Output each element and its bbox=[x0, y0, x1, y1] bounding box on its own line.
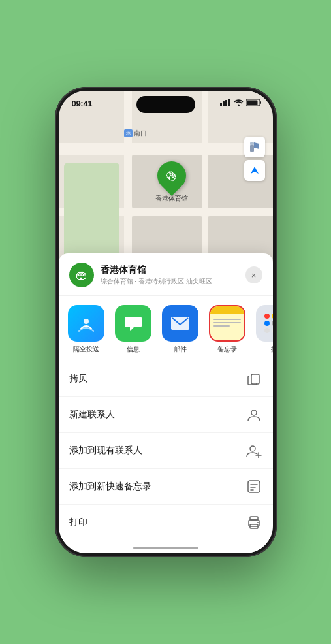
print-icon bbox=[245, 514, 262, 531]
svg-rect-7 bbox=[228, 99, 230, 106]
status-time: 09:41 bbox=[72, 99, 93, 108]
copy-label: 拷贝 bbox=[69, 373, 87, 385]
action-new-contact[interactable]: 新建联系人 bbox=[59, 397, 273, 433]
pin-inner: 🏟 bbox=[160, 164, 183, 187]
mail-icon bbox=[162, 305, 198, 342]
home-indicator bbox=[133, 547, 198, 549]
svg-point-12 bbox=[84, 319, 89, 324]
action-add-existing[interactable]: 添加到现有联系人 bbox=[59, 433, 273, 469]
share-item-more[interactable]: 提 bbox=[253, 305, 273, 354]
bottom-sheet: 🏟 香港体育馆 综合体育馆 · 香港特别行政区 油尖旺区 × bbox=[59, 253, 273, 553]
add-existing-icon bbox=[245, 442, 262, 459]
add-existing-label: 添加到现有联系人 bbox=[69, 445, 142, 457]
map-pin: 🏟 香港体育馆 bbox=[155, 161, 188, 203]
action-print[interactable]: 打印 bbox=[59, 505, 273, 540]
svg-point-26 bbox=[257, 522, 259, 523]
phone-frame: 地 南口 bbox=[55, 87, 277, 557]
notes-label: 备忘录 bbox=[217, 345, 237, 354]
svg-rect-14 bbox=[251, 374, 259, 384]
phone-screen: 地 南口 bbox=[59, 91, 273, 553]
action-add-notes[interactable]: 添加到新快速备忘录 bbox=[59, 469, 273, 505]
share-item-notes[interactable]: 备忘录 bbox=[206, 305, 248, 354]
venue-header: 🏟 香港体育馆 综合体育馆 · 香港特别行政区 油尖旺区 × bbox=[59, 253, 273, 296]
more-icon bbox=[256, 305, 273, 342]
stadium-icon: 🏟 bbox=[163, 167, 181, 185]
svg-marker-3 bbox=[251, 167, 259, 174]
svg-rect-4 bbox=[220, 103, 222, 106]
print-label: 打印 bbox=[69, 517, 87, 528]
svg-rect-19 bbox=[248, 481, 260, 492]
svg-rect-11 bbox=[247, 101, 257, 105]
airdrop-icon bbox=[68, 305, 104, 342]
svg-rect-2 bbox=[250, 142, 254, 145]
metro-icon: 地 bbox=[124, 129, 133, 137]
svg-rect-24 bbox=[250, 517, 258, 520]
location-button[interactable] bbox=[244, 160, 265, 181]
share-item-mail[interactable]: 邮件 bbox=[159, 305, 201, 354]
svg-rect-6 bbox=[225, 100, 227, 106]
copy-icon bbox=[245, 370, 262, 387]
metro-label: 地 南口 bbox=[124, 129, 147, 138]
pin-circle: 🏟 bbox=[151, 155, 191, 196]
svg-rect-0 bbox=[250, 145, 254, 152]
notes-icon bbox=[209, 305, 245, 342]
venue-name: 香港体育馆 bbox=[101, 265, 245, 276]
new-contact-label: 新建联系人 bbox=[69, 409, 115, 421]
map-type-button[interactable] bbox=[244, 137, 265, 157]
add-notes-icon bbox=[245, 478, 262, 495]
airdrop-label: 隔空投送 bbox=[73, 345, 99, 354]
venue-icon: 🏟 bbox=[69, 263, 94, 287]
metro-text: 南口 bbox=[134, 129, 147, 138]
new-contact-icon bbox=[245, 406, 262, 423]
more-dots-grid bbox=[264, 314, 273, 333]
mail-label: 邮件 bbox=[174, 345, 187, 354]
add-notes-label: 添加到新快速备忘录 bbox=[69, 481, 151, 492]
close-button[interactable]: × bbox=[245, 266, 262, 283]
action-copy[interactable]: 拷贝 bbox=[59, 361, 273, 397]
status-icons bbox=[220, 99, 262, 106]
svg-point-15 bbox=[251, 410, 257, 415]
svg-marker-1 bbox=[254, 142, 259, 149]
share-item-airdrop[interactable]: 隔空投送 bbox=[65, 305, 107, 354]
dynamic-island bbox=[136, 96, 195, 113]
svg-point-8 bbox=[238, 105, 240, 106]
venue-subtitle: 综合体育馆 · 香港特别行政区 油尖旺区 bbox=[101, 277, 245, 286]
svg-point-16 bbox=[250, 446, 255, 451]
svg-rect-5 bbox=[223, 101, 225, 106]
svg-rect-10 bbox=[260, 101, 261, 104]
share-item-messages[interactable]: 信息 bbox=[112, 305, 154, 354]
venue-info: 香港体育馆 综合体育馆 · 香港特别行政区 油尖旺区 bbox=[101, 265, 245, 286]
map-controls bbox=[244, 137, 265, 184]
messages-label: 信息 bbox=[127, 345, 140, 354]
share-row: 隔空投送 信息 bbox=[59, 296, 273, 361]
action-list: 拷贝 新建联系人 bbox=[59, 361, 273, 540]
more-label: 提 bbox=[271, 345, 273, 354]
messages-icon bbox=[115, 305, 151, 342]
